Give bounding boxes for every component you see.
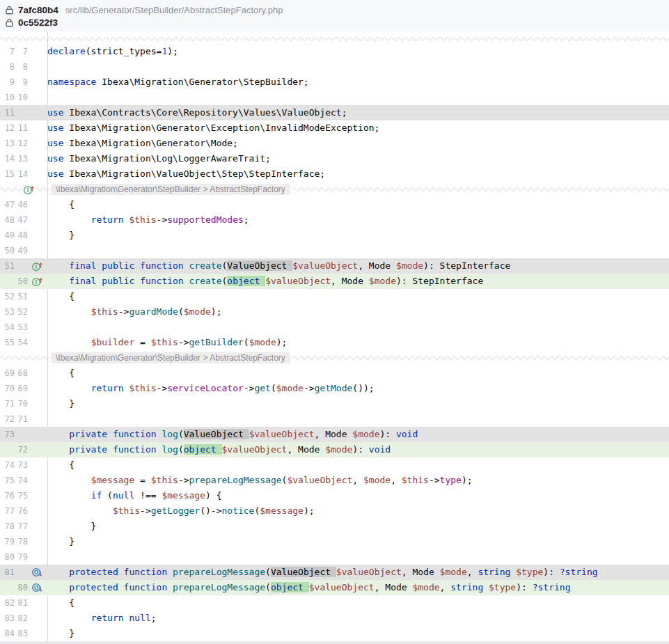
line-gutter: 7776 xyxy=(0,503,47,519)
changed-token: ValueObject xyxy=(271,567,336,577)
code-text[interactable]: declare(strict_types=1); xyxy=(47,44,669,59)
line-number-old: 82 xyxy=(0,595,15,611)
line-number-new: 83 xyxy=(15,626,28,641)
commit-hash-old: 7afc80b4 xyxy=(18,5,58,15)
code-line: 1010 xyxy=(0,90,669,105)
code-line: 7170 } xyxy=(0,396,669,411)
svg-text:I: I xyxy=(35,278,36,285)
line-number-new: 51 xyxy=(15,289,28,304)
changed-token: object xyxy=(184,444,222,455)
code-line: 73 private function log(ValueObject $val… xyxy=(0,427,669,442)
code-text[interactable]: use Ibexa\Migration\Generator\Mode; xyxy=(47,136,669,151)
line-number-old: 83 xyxy=(0,611,15,626)
code-text[interactable]: return $this->serviceLocator->get($mode-… xyxy=(47,381,669,396)
lock-icon xyxy=(6,6,13,15)
line-number-new: 68 xyxy=(15,366,28,381)
code-line: 8483 } xyxy=(0,626,669,641)
code-text[interactable]: { xyxy=(47,366,669,381)
code-text[interactable]: use Ibexa\Migration\Log\LoggerAwareTrait… xyxy=(47,151,669,166)
file-path: src/lib/Generator/StepBuilder/AbstractSt… xyxy=(65,5,283,15)
line-number-new: 78 xyxy=(15,534,28,549)
line-number-old: 70 xyxy=(0,381,15,396)
implements-icon[interactable]: I xyxy=(28,258,46,274)
code-text[interactable]: return $this->supportedModes; xyxy=(47,212,669,228)
code-text[interactable]: final public function create(object $val… xyxy=(47,274,669,289)
code-text[interactable]: protected function prepareLogMessage(Val… xyxy=(47,565,669,580)
line-gutter: 6968 xyxy=(0,366,47,381)
gutter-spacer xyxy=(28,366,46,381)
code-line: 4746 { xyxy=(0,197,669,212)
code-text[interactable] xyxy=(47,59,669,74)
code-text[interactable]: final public function create(ValueObject… xyxy=(47,258,669,274)
gutter-spacer xyxy=(28,626,46,641)
code-text[interactable]: { xyxy=(47,457,669,473)
code-text[interactable]: private function log(ValueObject $valueO… xyxy=(47,427,669,442)
code-text[interactable] xyxy=(47,90,669,105)
gutter-spacer xyxy=(28,136,46,151)
code-text[interactable] xyxy=(47,243,669,258)
code-text[interactable]: { xyxy=(47,197,669,212)
line-gutter: 51I xyxy=(0,258,47,274)
svg-text:I: I xyxy=(35,263,36,270)
gutter-spacer xyxy=(28,396,46,411)
code-text[interactable]: } xyxy=(47,626,669,641)
gutter-spacer xyxy=(28,411,46,427)
code-text[interactable]: use Ibexa\Migration\ValueObject\Step\Ste… xyxy=(47,166,669,182)
code-text[interactable]: $builder = $this->getBuilder($mode); xyxy=(47,335,669,350)
code-line: 8382 return null; xyxy=(0,611,669,626)
code-line: 5352 $this->guardMode($mode); xyxy=(0,304,669,320)
code-text[interactable]: $this->getLogger()->notice($message); xyxy=(47,503,669,519)
gutter-spacer xyxy=(28,212,46,228)
overridden-icon[interactable]: O xyxy=(28,580,46,595)
code-text[interactable]: private function log(object $valueObject… xyxy=(47,442,669,457)
changed-token: object xyxy=(271,582,309,592)
code-text[interactable]: } xyxy=(47,228,669,243)
line-number-old: 10 xyxy=(0,90,15,105)
code-text[interactable]: if (null !== $message) { xyxy=(47,488,669,503)
code-text[interactable]: { xyxy=(47,289,669,304)
code-text[interactable]: use Ibexa\Contracts\Core\Repository\Valu… xyxy=(47,105,669,120)
overridden-icon[interactable]: O xyxy=(28,565,46,580)
svg-text:O: O xyxy=(33,584,38,591)
code-text[interactable]: } xyxy=(47,534,669,549)
code-text[interactable]: $message = $this->prepareLogMessage($val… xyxy=(47,473,669,488)
code-text[interactable]: namespace Ibexa\Migration\Generator\Step… xyxy=(47,74,669,90)
code-text[interactable]: } xyxy=(47,396,669,411)
line-number-old: 76 xyxy=(0,488,15,503)
gutter-spacer xyxy=(28,120,46,136)
code-text[interactable] xyxy=(47,320,669,335)
collapsed-region-label[interactable]: \Ibexa\Migration\Generator\StepBuilder >… xyxy=(51,184,290,195)
line-gutter: 1312 xyxy=(0,136,47,151)
line-number-new: 71 xyxy=(15,411,28,427)
code-line: 7675 if (null !== $message) { xyxy=(0,488,669,503)
line-number-new: 10 xyxy=(15,90,28,105)
code-text[interactable] xyxy=(47,549,669,565)
line-gutter: 72 xyxy=(0,442,47,457)
implements-icon[interactable]: I xyxy=(22,184,36,195)
code-line: 72 private function log(object $valueObj… xyxy=(0,442,669,457)
code-text[interactable]: protected function prepareLogMessage(obj… xyxy=(47,580,669,595)
diff-editor[interactable]: 77declare(strict_types=1);8899namespace … xyxy=(0,31,669,641)
gutter-spacer xyxy=(28,105,46,120)
code-text[interactable]: $this->guardMode($mode); xyxy=(47,304,669,320)
code-text[interactable]: use Ibexa\Migration\Generator\Exception\… xyxy=(47,120,669,136)
line-number-old: 47 xyxy=(0,197,15,212)
gutter-spacer xyxy=(28,304,46,320)
implements-icon[interactable]: I xyxy=(28,274,46,289)
line-number-new: 53 xyxy=(15,320,28,335)
diff-separator: \Ibexa\Migration\Generator\StepBuilder >… xyxy=(0,350,669,366)
code-text[interactable] xyxy=(47,411,669,427)
line-number-new: 50 xyxy=(15,274,28,289)
code-text[interactable]: { xyxy=(47,595,669,611)
code-line: 5453 xyxy=(0,320,669,335)
gutter-spacer xyxy=(28,44,46,59)
gutter-spacer xyxy=(28,320,46,335)
code-text[interactable]: } xyxy=(47,519,669,534)
collapsed-region-label[interactable]: \Ibexa\Migration\Generator\StepBuilder >… xyxy=(51,352,290,363)
code-line: 4847 return $this->supportedModes; xyxy=(0,212,669,228)
gutter-spacer xyxy=(28,611,46,626)
code-text[interactable]: return null; xyxy=(47,611,669,626)
line-number-new: 76 xyxy=(15,503,28,519)
line-number-new: 9 xyxy=(15,74,28,90)
line-gutter: 50I xyxy=(0,274,47,289)
